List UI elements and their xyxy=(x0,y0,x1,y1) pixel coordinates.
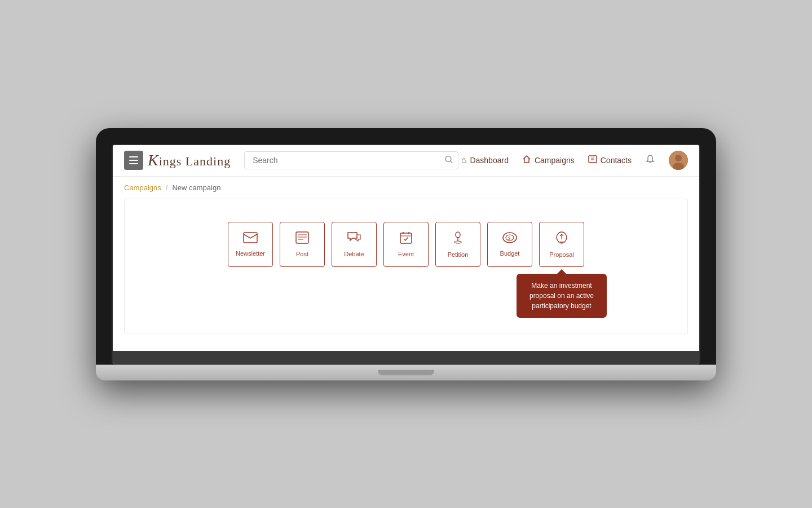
nav-label-contacts: Contacts xyxy=(601,156,632,165)
notification-bell-icon[interactable] xyxy=(645,154,655,167)
hamburger-button[interactable] xyxy=(124,151,143,170)
hamburger-line xyxy=(129,163,138,164)
breadcrumb-separator: / xyxy=(166,183,168,192)
campaign-type-debate[interactable]: Debate xyxy=(332,222,377,267)
navbar: Kings Landing ⌂ xyxy=(113,145,699,177)
event-label: Event xyxy=(398,251,414,257)
dashboard-icon: ⌂ xyxy=(461,155,467,165)
logo-text: Kings Landing xyxy=(148,151,231,169)
avatar-image xyxy=(669,151,688,170)
svg-rect-2 xyxy=(589,156,597,163)
avatar[interactable] xyxy=(669,151,688,170)
breadcrumb: Campaigns / New campaign xyxy=(113,177,699,199)
breadcrumb-current: New campaign xyxy=(172,183,220,192)
search-input[interactable] xyxy=(244,151,458,169)
campaign-type-petition[interactable]: Petition xyxy=(435,222,480,267)
campaign-type-grid: Newsletter xyxy=(136,222,676,267)
campaign-type-proposal[interactable]: Proposal xyxy=(539,222,584,267)
svg-rect-13 xyxy=(400,233,412,243)
newsletter-icon xyxy=(243,232,258,246)
post-label: Post xyxy=(296,251,308,257)
budget-label: Budget xyxy=(500,250,520,257)
svg-rect-8 xyxy=(244,233,257,243)
tooltip-text: Make an investment proposal on an active… xyxy=(529,282,594,310)
campaign-type-newsletter[interactable]: Newsletter xyxy=(228,222,273,267)
nav-link-campaigns[interactable]: Campaigns xyxy=(522,155,575,166)
content-card: Newsletter xyxy=(124,199,688,334)
nav-label-dashboard: Dashboard xyxy=(470,156,509,165)
petition-icon xyxy=(452,231,464,247)
debate-label: Debate xyxy=(344,251,364,257)
breadcrumb-campaigns-link[interactable]: Campaigns xyxy=(124,183,161,192)
proposal-icon xyxy=(554,231,569,247)
main-content: Newsletter xyxy=(113,199,699,351)
svg-rect-9 xyxy=(296,232,308,243)
search-container xyxy=(244,151,458,169)
campaign-type-post[interactable]: Post xyxy=(280,222,325,267)
nav-right: ⌂ Dashboard Campaigns xyxy=(461,151,688,170)
debate-icon xyxy=(347,231,361,246)
proposal-label: Proposal xyxy=(549,251,573,258)
search-icon-button[interactable] xyxy=(445,156,453,165)
svg-point-6 xyxy=(675,155,682,161)
campaigns-icon xyxy=(522,155,531,166)
svg-text:$: $ xyxy=(508,236,510,241)
hamburger-line xyxy=(129,156,138,157)
laptop-base xyxy=(96,365,716,380)
campaign-type-budget[interactable]: $ Budget xyxy=(487,222,532,267)
petition-label: Petition xyxy=(448,251,469,258)
contacts-icon xyxy=(588,155,597,166)
svg-point-19 xyxy=(454,241,461,243)
proposal-wrapper: Proposal Make an investment proposal on … xyxy=(539,222,584,267)
logo[interactable]: Kings Landing xyxy=(148,151,231,169)
search-icon xyxy=(445,156,453,164)
post-icon xyxy=(295,231,309,246)
svg-point-17 xyxy=(456,232,460,238)
newsletter-label: Newsletter xyxy=(236,250,265,257)
campaign-type-event[interactable]: Event xyxy=(383,222,429,267)
proposal-tooltip: Make an investment proposal on an active… xyxy=(517,274,607,318)
event-icon xyxy=(400,231,412,246)
nav-link-dashboard[interactable]: ⌂ Dashboard xyxy=(461,155,509,165)
hamburger-line xyxy=(129,160,138,161)
svg-line-1 xyxy=(451,161,452,163)
budget-icon: $ xyxy=(502,232,517,246)
footer-bar xyxy=(113,351,699,364)
nav-label-campaigns: Campaigns xyxy=(535,156,575,165)
nav-link-contacts[interactable]: Contacts xyxy=(588,155,632,166)
laptop-notch xyxy=(378,370,434,375)
